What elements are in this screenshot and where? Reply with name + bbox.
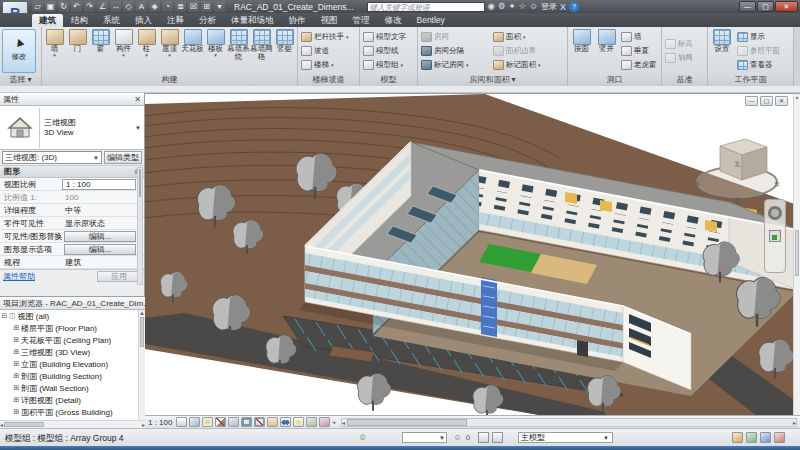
shadows-icon[interactable] (215, 417, 226, 427)
tool-mullion[interactable]: 竖梃 (273, 28, 296, 74)
filter-icon[interactable] (774, 432, 785, 443)
select-pinned-toggle[interactable] (760, 432, 771, 443)
view-close-icon[interactable]: ✕ (775, 96, 788, 106)
prop-row-discipline[interactable]: 规程建筑 (0, 256, 144, 269)
tree-item-floor-plan[interactable]: ⊞楼层平面 (Floor Plan) (0, 322, 145, 334)
measure-icon[interactable]: ∠ (97, 1, 108, 12)
tab-structure[interactable]: 结构 (64, 14, 95, 27)
properties-scrollbar[interactable] (137, 167, 143, 285)
tool-column[interactable]: 柱▾ (135, 28, 158, 74)
workset-select[interactable]: ▼ (402, 432, 447, 443)
tree-item-wall-section[interactable]: ⊞剖面 (Wall Section) (0, 382, 145, 394)
show-crop-region-icon[interactable] (254, 417, 265, 427)
view-restore-icon[interactable]: ▢ (760, 96, 773, 106)
modify-button[interactable]: ▲ 修改 (2, 29, 36, 73)
tool-viewer[interactable]: 查看器 (735, 58, 780, 72)
switch-windows-icon[interactable]: ⊞ (201, 1, 212, 12)
tool-ramp[interactable]: 坡道 (299, 44, 349, 58)
sun-path-icon[interactable] (202, 417, 213, 427)
tool-curtain-grid[interactable]: 幕墙网格 (250, 28, 273, 74)
tool-floor[interactable]: 楼板▾ (204, 28, 227, 74)
undo-icon[interactable]: ↶ (71, 1, 82, 12)
type-selector[interactable]: 三维视图 3D View ▼ (0, 106, 144, 150)
tool-show-work-plane[interactable]: 显示 (735, 30, 780, 44)
tool-ceiling[interactable]: 天花板 (181, 28, 204, 74)
tool-tag-room[interactable]: 标记房间▾ (419, 58, 491, 72)
prop-row-display-options[interactable]: 图形显示选项编辑... (0, 243, 144, 256)
temporary-view-properties-icon[interactable] (319, 417, 330, 427)
rendering-dialog-icon[interactable] (228, 417, 239, 427)
aligned-dimension-icon[interactable]: ↔ (110, 1, 121, 12)
drawing-area[interactable]: 北 东 南 西 — ▢ ✕ ▲ (145, 93, 800, 415)
section-icon[interactable]: ◔ (162, 1, 173, 12)
design-option-select[interactable]: ▼主模型 (518, 432, 613, 443)
tree-root-views[interactable]: ⊟◫视图 (all) (0, 310, 145, 322)
communication-center-icon[interactable]: ⚙ (498, 1, 506, 12)
apply-button[interactable]: 应用 (97, 271, 141, 282)
reveal-hidden-elements-icon[interactable] (293, 417, 304, 427)
open-icon[interactable]: ▱ (32, 1, 43, 12)
panel-label-select[interactable]: 选择 ▾ (0, 74, 41, 86)
crop-view-icon[interactable] (241, 417, 252, 427)
tag-by-category-icon[interactable]: ◇ (123, 1, 134, 12)
visual-style-icon[interactable] (189, 417, 200, 427)
tab-manage[interactable]: 管理 (346, 14, 377, 27)
thin-lines-icon[interactable]: ≣ (175, 1, 186, 12)
zoom-icon[interactable] (769, 230, 781, 242)
tree-item-building-section[interactable]: ⊞剖面 (Building Section) (0, 370, 145, 382)
tab-bentley[interactable]: Bentley (410, 14, 452, 27)
favorites-icon[interactable]: ☆ (519, 1, 527, 12)
temporary-hide-isolate-icon[interactable] (280, 417, 291, 427)
canvas-horizontal-scrollbar[interactable]: ◂▸ (341, 418, 797, 427)
tool-railing[interactable]: 栏杆扶手▾ (299, 30, 349, 44)
browser-vertical-scrollbar[interactable]: ▲ (138, 310, 145, 421)
tree-item-ceiling-plan[interactable]: ⊞天花板平面 (Ceiling Plan) (0, 334, 145, 346)
search-input[interactable]: 键入关键字或短语 (367, 2, 485, 12)
tool-dormer[interactable]: 老虎窗 (619, 58, 657, 72)
properties-title-bar[interactable]: 属性 ✕ (0, 93, 144, 106)
navigation-bar[interactable] (764, 199, 786, 273)
tool-curtain-system[interactable]: 幕墙系统 (227, 28, 250, 74)
tab-massing-site[interactable]: 体量和场地 (224, 14, 281, 27)
editable-only-icon[interactable]: ☺ (452, 432, 463, 443)
tool-vertical-opening[interactable]: 垂直 (619, 44, 657, 58)
tool-model-line[interactable]: 模型线 (361, 44, 406, 58)
tool-model-group[interactable]: 模型组▾ (361, 58, 406, 72)
browser-horizontal-scrollbar[interactable]: ◂▸ (0, 420, 145, 428)
tool-window[interactable]: 窗 (89, 28, 112, 74)
steering-wheel-icon[interactable] (768, 206, 782, 220)
section-graphics[interactable]: 图形☆ (0, 166, 144, 178)
save-icon[interactable]: ▣ (45, 1, 56, 12)
tool-set-work-plane[interactable]: 设置 (709, 28, 735, 74)
tool-door[interactable]: 门 (66, 28, 89, 74)
tool-model-text[interactable]: 模型文字 (361, 30, 406, 44)
design-options-icon[interactable] (478, 432, 489, 443)
tool-stair[interactable]: 楼梯▾ (299, 58, 349, 72)
close-button[interactable]: ✕ (775, 1, 798, 12)
prop-row-detail-level[interactable]: 详细程度中等 (0, 204, 144, 217)
exclude-options-icon[interactable] (492, 432, 503, 443)
properties-close-icon[interactable]: ✕ (134, 95, 141, 104)
tab-architecture[interactable]: 建筑 (32, 14, 63, 27)
restore-button[interactable]: ▢ (757, 1, 774, 12)
tool-tag-area[interactable]: 标记面积▾ (491, 58, 565, 72)
element-filter-select[interactable]: ▼三维视图: (3D) (2, 151, 102, 164)
qat-customize-icon[interactable]: ▾ (214, 1, 225, 12)
edit-type-button[interactable]: 编辑类型 (104, 151, 142, 164)
tool-opening-by-face[interactable]: 按面 (569, 28, 594, 74)
prop-row-view-scale[interactable]: 视图比例1 : 100 (0, 178, 144, 191)
tab-view[interactable]: 视图 (314, 14, 345, 27)
tree-item-detail[interactable]: ⊞详图视图 (Detail) (0, 394, 145, 406)
view-minimize-icon[interactable]: — (745, 96, 758, 106)
tree-item-area-plan[interactable]: ⊞面积平面 (Gross Building) (0, 406, 145, 418)
properties-help-link[interactable]: 属性帮助 (3, 271, 35, 282)
tab-systems[interactable]: 系统 (96, 14, 127, 27)
scale-button[interactable]: 1 : 100 (148, 418, 172, 427)
worksets-icon[interactable]: ☺ (358, 432, 367, 442)
tool-roof[interactable]: 屋顶▾ (158, 28, 181, 74)
tree-item-3d-view[interactable]: ⊞三维视图 (3D View) (0, 346, 145, 358)
type-selector-dropdown-icon[interactable]: ▼ (135, 125, 141, 131)
view-bar-expand-icon[interactable]: ◂ (332, 420, 335, 424)
prop-row-parts-visibility[interactable]: 零件可见性显示原状态 (0, 217, 144, 230)
tab-insert[interactable]: 插入 (128, 14, 159, 27)
